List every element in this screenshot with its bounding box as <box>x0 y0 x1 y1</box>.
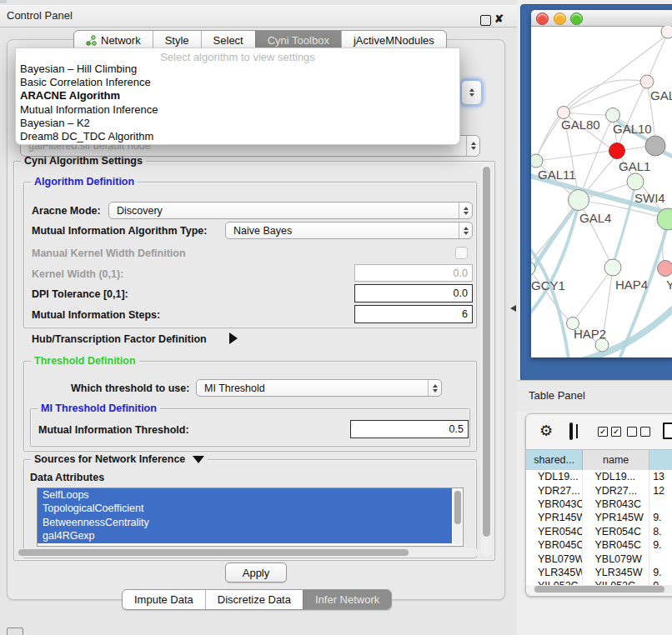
node-label-gal: GAL <box>650 88 672 102</box>
table-cell: YDL19... <box>583 470 649 483</box>
zoom-traffic-light-icon[interactable] <box>570 12 583 25</box>
inference-algorithm-spinner[interactable] <box>461 80 482 105</box>
bottom-tabs: Impute DataDiscretize DataInfer Network <box>122 589 392 610</box>
table-panel-bar: Table Panel <box>517 380 672 411</box>
dropdown-placeholder: Select algorithm to view settings <box>16 51 459 63</box>
unchecked-boxes-icon[interactable] <box>627 427 650 437</box>
attribute-item-betweennesscentrality[interactable]: BetweennessCentrality <box>38 516 452 529</box>
node-label-gal4: GAL4 <box>579 211 611 225</box>
expand-right-icon[interactable] <box>229 332 238 344</box>
hub-section-label[interactable]: Hub/Transcription Factor Definition <box>32 333 207 345</box>
dropdown-item-bayesian-k2[interactable]: Bayesian – K2 <box>20 117 90 129</box>
dropdown-item-bayesian-hill-climbing[interactable]: Bayesian – Hill Climbing <box>20 62 137 75</box>
table-row[interactable]: YDL19...YDL19...13 <box>526 470 672 483</box>
table-row[interactable]: YER054CYER054C8. <box>526 525 672 538</box>
split-columns-icon[interactable] <box>569 422 573 440</box>
table-row[interactable]: YBR043CYBR043C <box>526 498 672 511</box>
node-label-hap4: HAP4 <box>615 278 648 292</box>
column-header-shared-[interactable]: shared... <box>526 450 583 470</box>
data-attributes-list[interactable]: SelfLoopsTopologicalCoefficientBetweenne… <box>37 488 464 547</box>
table-cell: 9. <box>649 566 672 579</box>
network-view-window[interactable]: GALGAL80GAL10GAL1GAL11SWI4GAL4GCY1HAP4YH… <box>531 10 672 358</box>
table-row[interactable]: YBR045CYBR045C9. <box>526 538 672 552</box>
dpi-tolerance-label: DPI Tolerance [0,1]: <box>32 288 128 300</box>
mi-threshold-value: 0.5 <box>449 423 464 435</box>
tab-impute-data[interactable]: Impute Data <box>123 590 205 609</box>
document-icon[interactable] <box>663 422 672 439</box>
dropdown-item-aracne-algorithm[interactable]: ARACNE Algorithm <box>20 89 120 102</box>
network-node[interactable] <box>569 190 589 211</box>
table-cell <box>649 552 672 565</box>
network-node[interactable] <box>531 154 543 168</box>
dropdown-item-mutual-information-inference[interactable]: Mutual Information Inference <box>20 103 158 116</box>
attributes-vertical-scrollbar[interactable] <box>453 489 462 545</box>
float-window-icon[interactable] <box>480 15 491 26</box>
kernel-width-value: 0.0 <box>454 268 468 279</box>
attr-items: SelfLoopsTopologicalCoefficientBetweenne… <box>38 488 452 543</box>
spinner-up-icon[interactable] <box>469 88 474 92</box>
table-cell: YER054C <box>526 525 583 538</box>
gear-icon[interactable]: ⚙ <box>539 423 553 438</box>
network-node[interactable] <box>645 136 665 156</box>
table-row[interactable]: YIL052CYIL052C9 <box>526 579 672 585</box>
mi-threshold-label: Mutual Information Threshold: <box>38 424 189 436</box>
column-header-2[interactable] <box>649 450 672 470</box>
kernel-width-label: Kernel Width (0,1): <box>32 268 123 280</box>
aracne-mode-select[interactable]: Discovery <box>108 202 473 219</box>
which-threshold-select[interactable]: MI Threshold <box>196 379 442 397</box>
tab-cyni-toolbox-label: Cyni Toolbox <box>268 34 329 47</box>
network-node[interactable] <box>606 108 620 122</box>
mi-steps-field[interactable]: 6 <box>354 305 473 323</box>
dropdown-item-basic-correlation-inference[interactable]: Basic Correlation Inference <box>20 76 151 88</box>
dpi-tolerance-field[interactable]: 0.0 <box>354 284 473 302</box>
network-node[interactable] <box>640 75 654 88</box>
table-row[interactable]: YBL079WYBL079W <box>526 552 672 565</box>
table-row[interactable]: YPR145WYPR145W9. <box>526 511 672 524</box>
apply-button[interactable]: Apply <box>225 562 287 582</box>
node-label-gal10: GAL10 <box>613 122 652 136</box>
spinner-down-icon[interactable] <box>469 93 474 97</box>
network-graph[interactable]: GALGAL80GAL10GAL1GAL11SWI4GAL4GCY1HAP4YH… <box>531 26 672 358</box>
minimize-traffic-light-icon[interactable] <box>554 12 566 25</box>
table-cell: YBR043C <box>526 498 583 511</box>
network-node[interactable] <box>609 143 625 159</box>
network-node[interactable] <box>627 173 644 190</box>
close-icon[interactable]: ✘ <box>494 12 504 25</box>
table-row[interactable]: YDR27...YDR27...12 <box>526 483 672 497</box>
aracne-mode-label: Aracne Mode: <box>32 205 101 217</box>
tab-discretize-data[interactable]: Discretize Data <box>205 590 303 609</box>
which-threshold-value: MI Threshold <box>197 382 428 394</box>
manual-kernel-checkbox[interactable] <box>455 247 468 259</box>
close-traffic-light-icon[interactable] <box>536 12 549 25</box>
tab-infer-network[interactable]: Infer Network <box>303 590 391 609</box>
network-node[interactable] <box>661 26 672 38</box>
dropdown-item-dream8-dc-tdc-algorithm[interactable]: Dream8 DC_TDC Algorithm <box>20 130 153 142</box>
settings-vertical-scrollbar[interactable] <box>481 163 492 557</box>
control-panel-titlebar: Control Panel ✘ <box>0 5 517 28</box>
settings-horizontal-scrollbar[interactable] <box>17 548 479 557</box>
table-panel-title: Table Panel <box>529 389 585 402</box>
checked-boxes-icon[interactable]: ✓✓ <box>598 427 621 437</box>
tab-impute-data-label: Impute Data <box>134 593 193 606</box>
node-label-y: Y <box>666 278 672 292</box>
table-panel-window: ⚙ ✓✓ shared...name YDL19...YDL19...13YDR… <box>525 413 672 597</box>
sources-title-text: Sources for Network Inference <box>34 453 185 465</box>
mi-threshold-field[interactable]: 0.5 <box>350 420 469 438</box>
network-node[interactable] <box>658 261 672 277</box>
minimized-panel-icon[interactable] <box>7 628 23 635</box>
mi-type-select[interactable]: Naive Bayes <box>225 222 473 239</box>
attribute-item-topologicalcoefficient[interactable]: TopologicalCoefficient <box>38 502 452 515</box>
table-row[interactable]: YLR345WYLR345W9. <box>526 566 672 579</box>
network-edge <box>613 184 635 265</box>
node-label-gal1: GAL1 <box>619 159 650 173</box>
attribute-item-gal4rgexp[interactable]: gal4RGexp <box>38 529 452 542</box>
network-node[interactable] <box>604 259 621 276</box>
stepper-icon <box>459 202 472 218</box>
column-header-name[interactable]: name <box>583 450 649 470</box>
table-horizontal-scrollbar[interactable] <box>533 585 672 593</box>
attribute-item-selfloops[interactable]: SelfLoops <box>38 488 452 502</box>
sources-title[interactable]: Sources for Network Inference <box>31 453 208 465</box>
table-cell: YPR145W <box>583 511 649 524</box>
collapse-down-icon[interactable] <box>193 456 204 463</box>
table-cell: YDR27... <box>583 483 649 497</box>
